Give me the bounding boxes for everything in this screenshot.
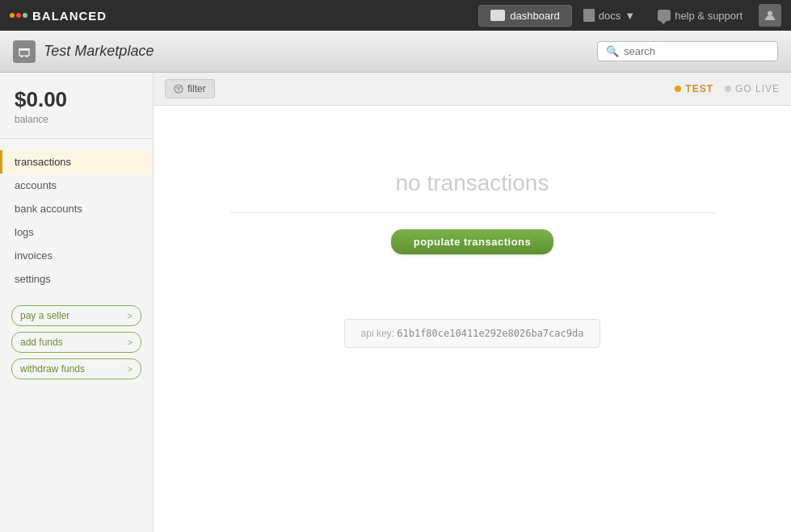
logo-text: BALANCED (32, 9, 107, 23)
svg-rect-2 (19, 50, 29, 56)
dashboard-nav-button[interactable]: dashboard (478, 5, 571, 27)
live-badge[interactable]: GO LIVE (725, 83, 780, 94)
filter-button[interactable]: filter (165, 79, 215, 98)
test-badge[interactable]: TEST (675, 83, 713, 94)
sidebar: $0.00 balance transactions accounts bank… (0, 73, 154, 532)
search-box[interactable]: 🔍 (597, 41, 778, 61)
docs-arrow: ▼ (625, 10, 635, 22)
live-dot (725, 86, 731, 92)
sidebar-nav: transactions accounts bank accounts logs… (0, 139, 153, 291)
app-logo: BALANCED (10, 9, 478, 23)
sidebar-item-accounts[interactable]: accounts (0, 174, 153, 197)
sidebar-item-transactions[interactable]: transactions (0, 150, 153, 174)
logo-dot-orange (10, 13, 15, 18)
top-nav: BALANCED dashboard docs ▼ help & support (0, 0, 791, 31)
pay-seller-label: pay a seller (20, 310, 69, 321)
withdraw-funds-label: withdraw funds (20, 363, 85, 375)
live-label: GO LIVE (735, 83, 780, 94)
help-nav-link[interactable]: help & support (646, 6, 754, 26)
subheader: Test Marketplace 🔍 (0, 31, 791, 73)
api-key-prefix-label: api key: (361, 328, 398, 339)
sidebar-item-settings[interactable]: settings (0, 267, 153, 291)
balance-amount: $0.00 (15, 87, 138, 112)
docs-nav-link[interactable]: docs ▼ (572, 5, 646, 26)
api-key-box: api key: 61b1f80ce10411e292e8026ba7cac9d… (344, 319, 601, 348)
test-label: TEST (685, 83, 713, 94)
content-body: no transactions populate transactions ap… (154, 106, 791, 380)
add-funds-arrow: > (128, 337, 133, 347)
top-nav-items: dashboard docs ▼ help & support (478, 4, 781, 27)
svg-point-0 (768, 11, 772, 16)
search-icon: 🔍 (606, 45, 619, 57)
sidebar-action-buttons: pay a seller > add funds > withdraw fund… (0, 291, 153, 379)
add-funds-button[interactable]: add funds > (11, 332, 141, 353)
search-input[interactable] (624, 45, 769, 57)
filter-label: filter (187, 83, 206, 94)
dashboard-label: dashboard (510, 10, 559, 22)
chat-icon (658, 10, 671, 21)
env-badges: TEST GO LIVE (675, 83, 780, 94)
balance-section: $0.00 balance (0, 87, 153, 139)
logo-dot-green (23, 13, 27, 18)
pay-seller-button[interactable]: pay a seller > (11, 305, 141, 326)
sidebar-item-logs[interactable]: logs (0, 220, 153, 244)
withdraw-funds-arrow: > (128, 364, 133, 374)
divider (230, 212, 715, 213)
user-icon (764, 10, 776, 21)
main-layout: $0.00 balance transactions accounts bank… (0, 73, 791, 532)
marketplace-icon (13, 40, 36, 63)
content-area: filter TEST GO LIVE no transactions popu… (154, 73, 791, 532)
content-toolbar: filter TEST GO LIVE (154, 73, 791, 106)
filter-icon (174, 84, 183, 94)
docs-icon (583, 9, 595, 22)
user-avatar[interactable] (759, 4, 781, 27)
cart-icon (18, 46, 31, 57)
logo-dots (10, 13, 27, 18)
api-key-value: 61b1f80ce10411e292e8026ba7cac9da (397, 328, 583, 339)
sidebar-item-bank-accounts[interactable]: bank accounts (0, 197, 153, 220)
docs-label: docs (599, 10, 621, 22)
add-funds-label: add funds (20, 337, 63, 348)
logo-dot-red (16, 13, 21, 18)
sidebar-item-invoices[interactable]: invoices (0, 244, 153, 267)
pay-seller-arrow: > (128, 311, 133, 320)
marketplace-title: Test Marketplace (44, 43, 597, 60)
populate-transactions-button[interactable]: populate transactions (391, 229, 554, 254)
balance-label: balance (15, 114, 138, 125)
withdraw-funds-button[interactable]: withdraw funds > (11, 358, 141, 379)
dashboard-icon (490, 10, 505, 21)
test-dot (675, 86, 681, 92)
no-transactions-message: no transactions (396, 170, 549, 196)
help-label: help & support (675, 10, 743, 22)
